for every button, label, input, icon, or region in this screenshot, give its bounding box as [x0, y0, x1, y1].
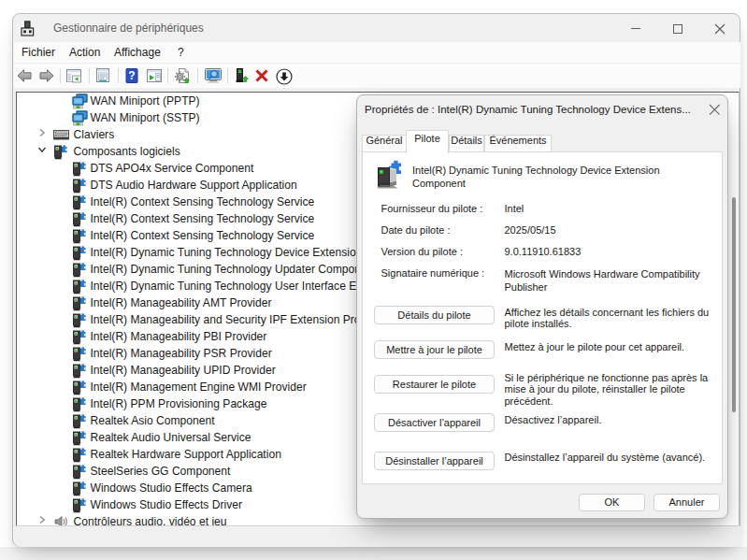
svg-text:?: ?	[128, 69, 135, 82]
